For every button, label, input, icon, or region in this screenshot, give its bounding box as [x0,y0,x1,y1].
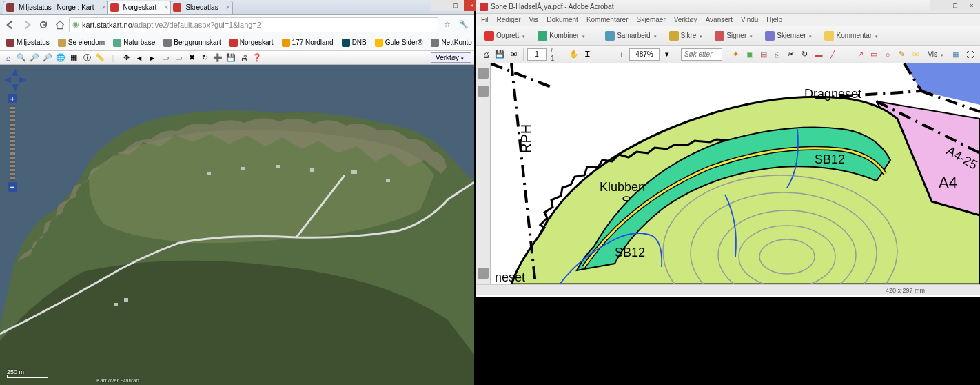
tool-icon[interactable]: ▤ [757,48,770,61]
menu-vis[interactable]: Vis [529,16,539,23]
highlight-icon[interactable]: ╱ [826,48,839,61]
search-input[interactable] [681,48,722,61]
bookmark-item[interactable]: Norgeskart [226,37,277,48]
back-button[interactable] [3,17,18,32]
pan-south[interactable] [12,84,19,91]
oval-icon[interactable]: ○ [881,48,894,61]
verktoy-dropdown[interactable]: Verktøy [431,52,471,63]
close-button[interactable]: × [963,0,980,11]
home-button[interactable] [52,17,68,32]
sikre-button[interactable]: Sikre [664,29,708,43]
zoom-slider[interactable] [10,105,15,181]
email-icon[interactable]: ✉ [507,48,520,61]
note-icon[interactable]: ✉ [909,48,921,61]
refresh-icon[interactable]: ↻ [199,52,210,63]
select-icon[interactable]: ▭ [173,52,184,63]
pdf-page-view[interactable]: RPH Klubben Dragneset SB12 SB12 A4 A4-25… [491,63,980,284]
fullscreen-icon[interactable]: ⛶ [963,48,976,61]
tool-icon[interactable]: ⎘ [771,48,784,61]
zoom-in-icon[interactable]: + [615,48,628,61]
zoom-input[interactable] [629,48,660,61]
address-bar[interactable]: ◉ kart.statkart.no/adaptive2/default.asp… [69,17,438,32]
menu-skjemaer[interactable]: Skjemaer [636,16,665,23]
rotate-icon[interactable]: ↻ [799,48,811,61]
stamp-icon[interactable]: ▬ [813,48,825,61]
measure-icon[interactable]: 📏 [94,52,105,63]
info-icon[interactable]: ⓘ [81,52,92,63]
menu-fil[interactable]: Fil [481,16,489,23]
menu-dokument[interactable]: Dokument [547,16,578,23]
home-icon[interactable]: ⌂ [3,52,14,63]
close-icon[interactable]: × [165,3,169,11]
pan-west[interactable] [4,77,11,83]
zoom-in-icon[interactable]: 🔎 [29,52,40,63]
hand-icon[interactable]: ✋ [568,48,580,61]
map-viewport[interactable]: + − 250 m Kart over Statkart [0,65,474,385]
help-icon[interactable]: ❓ [252,52,263,63]
skjemaer-button[interactable]: Skjemaer [760,29,817,43]
menu-hjelp[interactable]: Hjelp [766,16,782,23]
layout-icon[interactable]: ▦ [950,48,962,61]
kombiner-button[interactable]: Kombiner [533,29,590,43]
menu-kommentarer[interactable]: Kommentarer [586,16,629,23]
page-number-input[interactable] [527,48,547,61]
vis-dropdown[interactable]: Vis [923,48,948,61]
close-icon[interactable]: × [102,3,106,11]
print-icon[interactable]: 🖨 [480,48,492,61]
pan-east[interactable] [19,77,26,83]
wrench-icon[interactable]: 🔧 [456,17,471,32]
select-icon[interactable]: ▭ [160,52,171,63]
add-icon[interactable]: ➕ [212,52,223,63]
line-icon[interactable]: ─ [840,48,853,61]
opprett-button[interactable]: Opprett [480,29,530,43]
maximize-button[interactable]: □ [447,0,464,11]
bookmark-star-icon[interactable]: ☆ [440,17,455,32]
maximize-button[interactable]: □ [947,0,963,11]
menu-avansert[interactable]: Avansert [706,16,733,23]
attachments-panel-icon[interactable] [478,268,489,279]
reload-button[interactable] [36,17,51,32]
signer-button[interactable]: Signer [710,29,757,43]
pan-north[interactable] [12,69,19,76]
tab-skredatlas[interactable]: Skredatlas× [170,1,232,14]
save-icon[interactable]: 💾 [493,48,506,61]
minimize-button[interactable]: – [431,0,447,11]
menu-verktoy[interactable]: Verktøy [674,16,697,23]
forward-icon[interactable]: ► [147,52,158,63]
select-icon[interactable]: Ꮖ [582,48,594,61]
pages-panel-icon[interactable] [478,68,489,79]
bookmark-item[interactable]: NettKonto [427,37,474,48]
tab-norgeskart[interactable]: Norgeskart× [107,1,171,14]
menu-vindu[interactable]: Vindu [741,16,758,23]
bookmark-item[interactable]: Gule Sider® [371,37,427,48]
zoom-out-icon[interactable]: 🔎 [42,52,53,63]
close-icon[interactable]: × [226,3,230,11]
save-icon[interactable]: 💾 [225,52,236,63]
crop-icon[interactable]: ✂ [785,48,797,61]
minimize-button[interactable]: – [930,0,947,11]
pencil-icon[interactable]: ✎ [895,48,908,61]
bookmark-item[interactable]: Se eiendom [54,37,108,48]
back-icon[interactable]: ◄ [134,52,145,63]
tool-icon[interactable]: ▣ [744,48,756,61]
binoculars-icon[interactable]: 🔍 [16,52,27,63]
tab-miljostatus[interactable]: Miljøstatus i Norge : Kart× [3,1,108,14]
zoom-in-button[interactable]: + [8,94,17,103]
bookmark-item[interactable]: Berggrunnskart [160,37,224,48]
tool-icon[interactable]: ✦ [730,48,742,61]
bookmark-item[interactable]: DNB [338,37,370,48]
bookmarks-panel-icon[interactable] [478,86,489,97]
menu-rediger[interactable]: Rediger [497,16,521,23]
bookmark-item[interactable]: 177 Nordland [278,37,337,48]
rect-icon[interactable]: ▭ [868,48,880,61]
pan-icon[interactable]: ✥ [121,52,132,63]
zoom-out-button[interactable]: − [8,182,17,192]
kommentar-button[interactable]: Kommentar [819,29,883,43]
forward-button[interactable] [19,17,34,32]
bookmark-item[interactable]: Miljøstatus [3,37,53,48]
bookmark-item[interactable]: Naturbase [110,37,159,48]
print-icon[interactable]: 🖨 [238,52,249,63]
chevron-down-icon[interactable]: ▾ [661,48,673,61]
zoom-out-icon[interactable]: − [602,48,614,61]
clear-icon[interactable]: ✖ [186,52,197,63]
